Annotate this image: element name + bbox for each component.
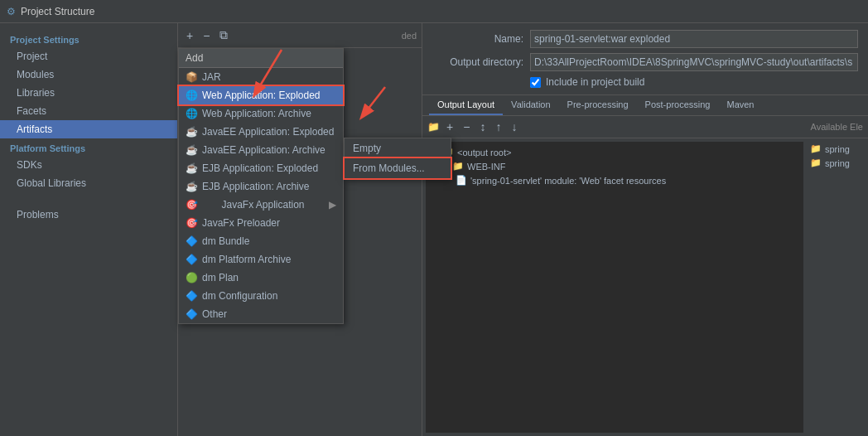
- tree-toolbar: 📁 + − ↕ ↑ ↓ Available Ele: [422, 116, 868, 138]
- output-dir-row: Output directory:: [432, 53, 858, 71]
- facet-resources-label: 'spring-01-servlet' module: 'Web' facet …: [470, 176, 666, 186]
- web-exploded-icon: 🌐: [186, 90, 197, 101]
- tab-output-layout[interactable]: Output Layout: [429, 95, 503, 115]
- dm-bundle-icon: 🔷: [186, 235, 197, 247]
- menu-item-web-exploded[interactable]: 🌐 Web Application: Exploded: [179, 86, 343, 104]
- tabs-row: Output Layout Validation Pre-processing …: [422, 95, 868, 116]
- artifact-form: Name: Output directory: Include in proje…: [422, 23, 868, 95]
- webinf-folder-icon: 📁: [452, 161, 464, 172]
- platform-settings-label: Platform Settings: [0, 138, 177, 156]
- available-panel: 📁 spring 📁 spring: [807, 142, 865, 433]
- arrow-right-icon: ▶: [329, 199, 336, 211]
- menu-item-other[interactable]: 🔷 Other: [179, 305, 343, 323]
- menu-item-javaee-archive[interactable]: ☕ JavaEE Application: Archive: [179, 141, 343, 159]
- tree-sort-button[interactable]: ↕: [476, 119, 489, 135]
- sub-popup-empty[interactable]: Empty: [345, 138, 451, 158]
- available-item-label-1: spring: [825, 144, 850, 154]
- available-folder-icon-1: 📁: [810, 143, 822, 154]
- available-folder-icon-2: 📁: [810, 157, 822, 168]
- available-item-spring-2[interactable]: 📁 spring: [807, 156, 865, 170]
- tree-add-button[interactable]: +: [443, 119, 456, 135]
- output-tree: ▶ 📁 <output root> ▶ 📁 WEB-INF 📄 'spring-…: [426, 142, 803, 433]
- title-text: Project Structure: [21, 6, 94, 17]
- tab-maven[interactable]: Maven: [718, 95, 762, 115]
- name-input[interactable]: [530, 30, 858, 48]
- menu-item-dm-plan[interactable]: 🟢 dm Plan: [179, 269, 343, 287]
- dropdown-menu: Add 📦 JAR 🌐 Web Application: Exploded 🌐 …: [178, 48, 344, 324]
- menu-item-dm-config[interactable]: 🔷 dm Configuration: [179, 287, 343, 305]
- menu-item-web-archive[interactable]: 🌐 Web Application: Archive: [179, 104, 343, 123]
- copy-button[interactable]: ⧉: [216, 27, 231, 44]
- sidebar-item-project[interactable]: Project: [0, 47, 177, 65]
- available-elements-label: Available Ele: [811, 122, 863, 132]
- output-area: ▶ 📁 <output root> ▶ 📁 WEB-INF 📄 'spring-…: [422, 138, 868, 436]
- ejb-archive-icon: ☕: [186, 181, 197, 192]
- tree-item-facet-resources[interactable]: 📄 'spring-01-servlet' module: 'Web' face…: [429, 173, 800, 187]
- tree-down-button[interactable]: ↓: [508, 119, 520, 135]
- tree-remove-button[interactable]: −: [460, 119, 473, 135]
- name-row: Name:: [432, 30, 858, 48]
- tab-pre-processing[interactable]: Pre-processing: [559, 95, 637, 115]
- sidebar-item-modules[interactable]: Modules: [0, 65, 177, 84]
- javaee-archive-icon: ☕: [186, 144, 197, 156]
- project-settings-label: Project Settings: [0, 30, 177, 47]
- output-dir-input[interactable]: [530, 53, 858, 71]
- sidebar-item-global-libraries[interactable]: Global Libraries: [0, 174, 177, 192]
- title-bar: ⚙ Project Structure: [0, 0, 868, 23]
- middle-panel: + − ⧉ ded Add 📦 JAR 🌐 Web Application: E…: [178, 23, 422, 436]
- middle-toolbar: + − ⧉ ded: [178, 23, 422, 48]
- add-button[interactable]: +: [183, 27, 196, 44]
- facet-resources-icon: 📄: [456, 175, 467, 186]
- column-header: ded: [402, 31, 417, 41]
- dm-plan-icon: 🟢: [186, 272, 197, 283]
- menu-item-jar[interactable]: 📦 JAR: [179, 68, 343, 86]
- dm-config-icon: 🔷: [186, 290, 197, 302]
- sidebar-item-sdks[interactable]: SDKs: [0, 156, 177, 174]
- menu-item-javafx[interactable]: 🎯 JavaFx Application ▶: [179, 196, 343, 214]
- sidebar-item-artifacts[interactable]: Artifacts: [0, 120, 177, 138]
- menu-item-javaee-exploded[interactable]: ☕ JavaEE Application: Exploded: [179, 123, 343, 141]
- include-build-label: Include in project build: [546, 76, 644, 88]
- jar-icon: 📦: [186, 71, 197, 83]
- tab-validation[interactable]: Validation: [503, 95, 559, 115]
- menu-item-dm-bundle[interactable]: 🔷 dm Bundle: [179, 232, 343, 250]
- sidebar-item-problems[interactable]: Problems: [0, 206, 177, 224]
- available-item-spring-1[interactable]: 📁 spring: [807, 142, 865, 156]
- tree-up-button[interactable]: ↑: [492, 119, 504, 135]
- sidebar-item-facets[interactable]: Facets: [0, 102, 177, 120]
- output-dir-label: Output directory:: [432, 56, 523, 68]
- title-icon: ⚙: [7, 6, 16, 17]
- name-label: Name:: [432, 33, 523, 45]
- menu-item-dm-platform[interactable]: 🔷 dm Platform Archive: [179, 250, 343, 269]
- include-build-row: Include in project build: [432, 76, 858, 88]
- available-item-label-2: spring: [825, 158, 850, 168]
- web-archive-icon: 🌐: [186, 108, 197, 119]
- javaee-exploded-icon: ☕: [186, 126, 197, 138]
- sidebar-item-libraries[interactable]: Libraries: [0, 84, 177, 102]
- sub-popup-from-modules[interactable]: From Modules...: [345, 158, 451, 178]
- webinf-label: WEB-INF: [467, 162, 505, 172]
- other-icon: 🔷: [186, 308, 197, 320]
- tree-item-output-root[interactable]: ▶ 📁 <output root>: [429, 145, 800, 159]
- tab-post-processing[interactable]: Post-processing: [637, 95, 719, 115]
- main-layout: Project Settings Project Modules Librari…: [0, 23, 868, 436]
- sub-popup: Empty From Modules...: [344, 138, 451, 179]
- include-build-checkbox[interactable]: [530, 77, 541, 88]
- ejb-exploded-icon: ☕: [186, 162, 197, 174]
- folder-toolbar-icon: 📁: [427, 121, 440, 133]
- javafx-preloader-icon: 🎯: [186, 217, 197, 229]
- javafx-icon: 🎯: [186, 199, 197, 211]
- menu-item-javafx-preloader[interactable]: 🎯 JavaFx Preloader: [179, 214, 343, 232]
- dm-platform-icon: 🔷: [186, 254, 197, 265]
- menu-item-ejb-archive[interactable]: ☕ EJB Application: Archive: [179, 177, 343, 196]
- tree-item-webinf[interactable]: ▶ 📁 WEB-INF: [429, 159, 800, 173]
- output-root-label: <output root>: [457, 148, 511, 157]
- remove-button[interactable]: −: [200, 27, 213, 44]
- sidebar: Project Settings Project Modules Librari…: [0, 23, 178, 436]
- right-panel: Name: Output directory: Include in proje…: [422, 23, 868, 436]
- menu-item-ejb-exploded[interactable]: ☕ EJB Application: Exploded: [179, 159, 343, 177]
- dropdown-menu-header: Add: [179, 49, 343, 68]
